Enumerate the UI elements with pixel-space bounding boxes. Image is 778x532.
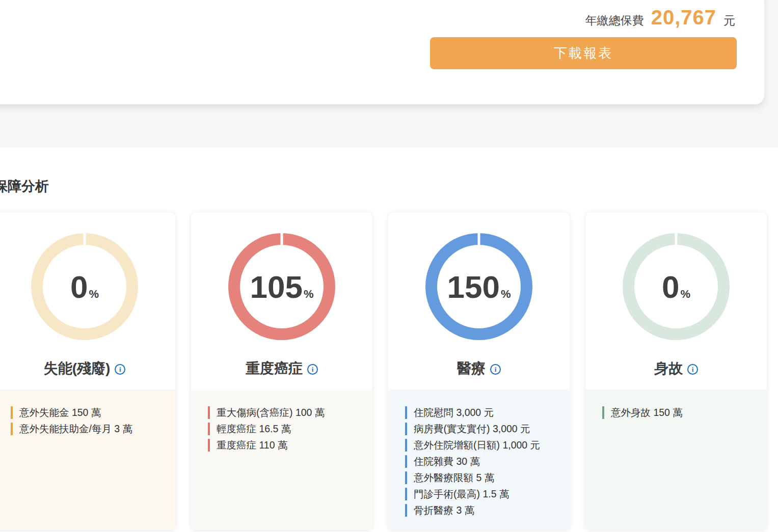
benefit-marker-icon (405, 455, 407, 468)
benefit-marker-icon (602, 406, 604, 419)
benefit-item: 意外住院增額(日額) 1,000 元 (405, 437, 560, 453)
benefit-item: 住院慰問 3,000 元 (405, 404, 560, 421)
benefit-text: 意外身故 150 萬 (611, 406, 683, 419)
benefit-list: 住院慰問 3,000 元病房費(實支實付) 3,000 元意外住院增額(日額) … (388, 389, 570, 530)
coverage-card-medical: 150 % 醫療 i 住院慰問 3,000 元病房費(實支實付) 3,000 元… (388, 212, 570, 530)
benefit-text: 輕度癌症 16.5 萬 (217, 422, 291, 436)
percent-value: 0 (662, 269, 679, 305)
benefit-text: 住院雜費 30 萬 (414, 455, 480, 468)
benefit-marker-icon (11, 423, 13, 435)
donut-chart: 105 % 重度癌症 i (191, 212, 372, 389)
benefit-text: 意外失能扶助金/每月 3 萬 (19, 422, 132, 436)
info-icon[interactable]: i (687, 364, 698, 375)
percent-sign: % (501, 288, 511, 301)
benefit-text: 意外醫療限額 5 萬 (414, 471, 494, 485)
benefit-item: 住院雜費 30 萬 (405, 453, 560, 469)
benefit-marker-icon (208, 439, 210, 452)
benefit-item: 重大傷病(含癌症) 100 萬 (208, 404, 363, 421)
benefit-text: 意外住院增額(日額) 1,000 元 (414, 438, 540, 452)
benefit-item: 輕度癌症 16.5 萬 (208, 421, 363, 437)
donut-ring: 150 % (425, 233, 532, 340)
benefit-item: 重度癌症 110 萬 (208, 437, 363, 453)
annual-premium-label: 年繳總保費 (585, 13, 644, 29)
donut-chart: 150 % 醫療 i (388, 212, 570, 389)
section-title-coverage-analysis: 保障分析 (0, 177, 49, 195)
benefit-text: 住院慰問 3,000 元 (414, 406, 494, 419)
benefit-text: 重度癌症 110 萬 (217, 438, 287, 452)
coverage-card-death: 0 % 身故 i 意外身故 150 萬 (585, 212, 767, 530)
percent-value: 105 (250, 269, 302, 305)
donut-chart: 0 % 身故 i (585, 212, 767, 389)
benefit-text: 骨折醫療 3 萬 (414, 503, 474, 517)
benefit-item: 意外身故 150 萬 (602, 404, 758, 421)
donut-ring: 0 % (623, 233, 730, 340)
benefit-marker-icon (405, 471, 407, 484)
benefit-marker-icon (405, 439, 407, 452)
benefit-marker-icon (405, 406, 407, 419)
benefit-item: 病房費(實支實付) 3,000 元 (405, 421, 560, 437)
benefit-text: 意外失能金 150 萬 (19, 406, 101, 419)
benefit-item: 意外失能扶助金/每月 3 萬 (11, 421, 166, 437)
benefit-text: 門診手術(最高) 1.5 萬 (414, 487, 509, 501)
percent-value: 150 (447, 269, 499, 305)
benefit-marker-icon (208, 406, 210, 419)
donut-gap-icon (675, 233, 678, 245)
benefit-list: 重大傷病(含癌症) 100 萬輕度癌症 16.5 萬重度癌症 110 萬 (191, 389, 372, 530)
benefit-item: 意外失能金 150 萬 (11, 404, 166, 421)
annual-premium-value: 20,767 (651, 6, 716, 29)
donut-gap-icon (478, 233, 480, 245)
percent-value: 0 (70, 269, 88, 305)
summary-panel: 年繳總保費 20,767 元 下載報表 (0, 0, 764, 104)
card-title: 醫療 (457, 359, 486, 378)
download-report-button[interactable]: 下載報表 (430, 37, 737, 69)
benefit-list: 意外失能金 150 萬意外失能扶助金/每月 3 萬 (0, 389, 175, 530)
benefit-marker-icon (208, 423, 210, 435)
benefit-item: 骨折醫療 3 萬 (405, 502, 560, 518)
percent-sign: % (304, 288, 314, 301)
benefit-marker-icon (405, 423, 407, 435)
benefit-item: 門診手術(最高) 1.5 萬 (405, 486, 560, 502)
benefit-marker-icon (405, 504, 407, 517)
benefit-marker-icon (405, 488, 407, 500)
annual-premium-unit: 元 (723, 13, 735, 29)
info-icon[interactable]: i (307, 364, 318, 375)
donut-ring: 105 % (228, 233, 335, 340)
card-title: 重度癌症 (246, 359, 303, 378)
percent-sign: % (680, 288, 690, 301)
donut-gap-icon (84, 233, 86, 245)
benefit-item: 意外醫療限額 5 萬 (405, 469, 560, 486)
info-icon[interactable]: i (115, 364, 125, 375)
coverage-card-severe-cancer: 105 % 重度癌症 i 重大傷病(含癌症) 100 萬輕度癌症 16.5 萬重… (191, 212, 372, 530)
benefit-marker-icon (11, 406, 13, 419)
percent-sign: % (89, 288, 99, 301)
coverage-card-disability: 0 % 失能(殘廢) i 意外失能金 150 萬意外失能扶助金/每月 3 萬 (0, 212, 175, 530)
donut-gap-icon (281, 233, 283, 245)
card-title: 失能(殘廢) (44, 359, 111, 378)
donut-ring: 0 % (31, 233, 138, 340)
benefit-text: 重大傷病(含癌症) 100 萬 (217, 406, 325, 419)
benefit-text: 病房費(實支實付) 3,000 元 (414, 422, 530, 436)
benefit-list: 意外身故 150 萬 (585, 389, 767, 530)
annual-premium: 年繳總保費 20,767 元 (585, 6, 735, 29)
card-title: 身故 (654, 359, 683, 378)
info-icon[interactable]: i (490, 364, 501, 375)
donut-chart: 0 % 失能(殘廢) i (0, 212, 175, 389)
